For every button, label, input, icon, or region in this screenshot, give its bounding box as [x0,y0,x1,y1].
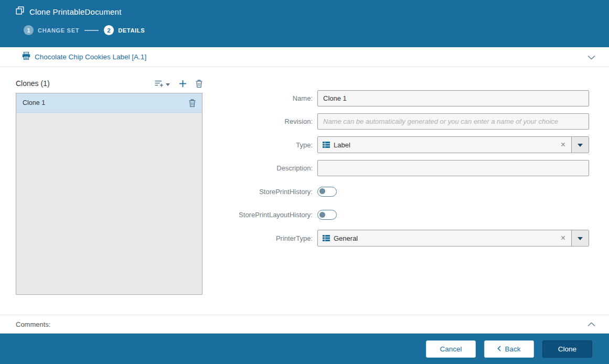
type-dropdown-button[interactable] [571,137,589,153]
revision-label: Revision: [207,117,317,125]
type-label: Type: [207,141,317,149]
toggle-knob [319,212,325,218]
filter-caret-icon [166,80,170,88]
clone-icon [16,6,24,17]
store-print-history-toggle[interactable] [317,187,337,197]
clones-panel: Clones (1) [16,77,202,295]
caret-down-icon [578,237,583,243]
step-2-number: 2 [104,25,114,35]
step-2-label: DETAILS [118,27,145,34]
step-connector [84,30,99,31]
printer-type-combo[interactable]: General × [317,230,589,247]
cancel-button-label: Cancel [440,345,462,353]
clones-panel-title: Clones (1) [16,79,50,88]
cancel-button[interactable]: Cancel [426,340,476,358]
printer-type-label: PrinterType: [207,234,317,242]
wizard-steps: 1 CHANGE SET 2 DETAILS [16,25,593,35]
printer-type-dropdown-button[interactable] [571,230,589,246]
type-clear-icon[interactable]: × [555,141,571,149]
document-type-icon [318,141,334,148]
name-input[interactable] [317,90,589,106]
type-combo[interactable]: Label × [317,136,589,153]
row-delete-button[interactable] [189,99,196,107]
store-print-layout-history-toggle[interactable] [317,210,337,220]
dialog-title: Clone PrintableDocument [29,7,122,16]
clone-printable-document-dialog: Clone PrintableDocument 1 CHANGE SET 2 D… [0,0,609,364]
comments-label: Comments: [16,320,50,328]
type-value: Label [334,141,555,149]
document-title: Chocolate Chip Cookies Label [A.1] [35,53,146,61]
printer-type-icon [318,234,334,242]
add-clone-button[interactable] [179,80,187,88]
chevron-up-icon[interactable] [587,319,595,329]
document-bar: Chocolate Chip Cookies Label [A.1] [0,47,609,67]
printer-type-value: General [334,234,555,242]
clones-list: Clone 1 [16,93,202,295]
clone-details-form: Name: Revision: Type: La [207,90,593,253]
dialog-header: Clone PrintableDocument 1 CHANGE SET 2 D… [0,0,609,47]
toggle-knob [319,188,325,194]
printer-icon [22,52,30,62]
name-label: Name: [207,94,317,102]
step-1-label: CHANGE SET [38,27,79,34]
clone-button[interactable]: Clone [542,340,592,358]
step-change-set[interactable]: 1 CHANGE SET [24,25,79,35]
chevron-down-icon[interactable] [587,52,595,62]
caret-down-icon [578,144,583,149]
comments-section: Comments: [0,315,609,334]
store-print-layout-history-label: StorePrintLayoutHistory: [207,211,317,219]
clone-button-label: Clone [558,345,576,353]
chevron-left-icon [497,345,501,353]
back-button[interactable]: Back [484,340,534,358]
description-label: Description: [207,164,317,172]
delete-clone-button[interactable] [196,80,202,88]
store-print-history-label: StorePrintHistory: [207,188,317,196]
clone-list-item[interactable]: Clone 1 [16,93,202,113]
step-1-number: 1 [24,25,34,35]
dialog-content: Clones (1) [0,67,609,315]
description-input[interactable] [317,160,589,176]
step-details[interactable]: 2 DETAILS [104,25,145,35]
back-button-label: Back [505,345,520,353]
dialog-footer: Cancel Back Clone [0,334,609,364]
clone-item-name: Clone 1 [23,99,45,106]
printer-type-clear-icon[interactable]: × [555,234,571,242]
revision-input[interactable] [317,113,589,130]
filter-add-button[interactable] [155,80,170,88]
